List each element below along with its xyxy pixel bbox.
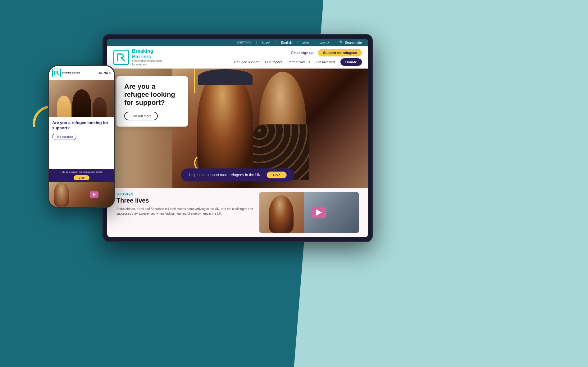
phone-header: Breaking Barriers MENU ≡ xyxy=(49,66,114,80)
logo-title: BreakingBarriers xyxy=(132,48,162,59)
tablet-mockup: ພາສາລາວ | العربية | English | پښتو | فار… xyxy=(103,34,373,242)
search-area[interactable]: 🔍 Search site xyxy=(339,40,362,44)
phone-logo-icon xyxy=(52,69,61,77)
lang-pashto[interactable]: پښتو xyxy=(302,40,309,44)
language-bar: ພາສາລາວ | العربية | English | پښتو | فار… xyxy=(107,39,368,46)
phone-face-3 xyxy=(93,97,107,117)
nav-right: Email sign up Support for refugees Refug… xyxy=(234,49,362,66)
support-for-refugees-button[interactable]: Support for refugees xyxy=(318,49,362,56)
play-icon xyxy=(316,209,322,216)
logo-text: BreakingBarriers Meaningful employment f… xyxy=(132,48,162,67)
phone-give-button[interactable]: Give xyxy=(74,175,90,180)
phone-menu-button[interactable]: MENU ≡ xyxy=(99,71,111,75)
hero-card: Are you a refugee looking for support? F… xyxy=(116,76,188,127)
nav-get-involved[interactable]: Get involved xyxy=(316,60,335,64)
stories-video-thumbnail[interactable] xyxy=(259,192,359,233)
stories-text: STORIES Three lives Abdulrahman, Kemi an… xyxy=(116,192,253,216)
phone-video-thumbnail xyxy=(49,182,114,207)
donate-button[interactable]: Donate xyxy=(340,58,362,66)
stories-label: STORIES xyxy=(116,192,253,196)
phone-mockup: Breaking Barriers MENU ≡ Are you a refug… xyxy=(48,65,115,208)
hero-head-covering xyxy=(198,69,253,85)
phone-hamburger-icon: ≡ xyxy=(109,71,111,75)
email-signup-link[interactable]: Email sign up xyxy=(291,51,314,55)
give-button[interactable]: Give xyxy=(267,172,286,178)
stories-description: Abdulrahman, Kemi and Sherehan tell thei… xyxy=(116,207,253,216)
phone-support-bar: Help us to support more refugees in the … xyxy=(49,169,114,182)
phone-face-2 xyxy=(72,89,91,117)
phone-logo-text: Breaking Barriers xyxy=(62,72,80,74)
hero-section: Are you a refugee looking for support? F… xyxy=(107,69,368,188)
lang-arabic[interactable]: العربية xyxy=(262,40,271,44)
phone-content: Are you a refugee looking for support? F… xyxy=(49,117,114,169)
stories-title: Three lives xyxy=(116,197,253,204)
find-out-more-button[interactable]: Find out more xyxy=(124,112,158,120)
nav-top-right: Email sign up Support for refugees xyxy=(291,49,362,56)
logo-icon xyxy=(113,50,129,65)
video-play-button[interactable] xyxy=(311,207,326,218)
nav-partner-with-us[interactable]: Partner with us xyxy=(287,60,310,64)
logo-subtitle: Meaningful employment for refugees xyxy=(132,59,162,66)
site-logo[interactable]: BreakingBarriers Meaningful employment f… xyxy=(113,48,162,67)
phone-menu-label: MENU xyxy=(99,71,108,75)
lang-farsi[interactable]: فارسی xyxy=(319,40,329,44)
lang-lao[interactable]: ພາສາລາວ xyxy=(237,40,252,44)
lang-english[interactable]: English xyxy=(281,41,292,44)
phone-logo: Breaking Barriers xyxy=(52,69,80,77)
search-icon: 🔍 xyxy=(339,40,344,44)
support-banner: Help us to support more refugees in the … xyxy=(181,168,294,181)
phone-hero-faces xyxy=(49,89,114,117)
nav-refugee-support[interactable]: Refugee support xyxy=(234,60,259,64)
phone-play-button[interactable] xyxy=(90,191,98,198)
phone-face-1 xyxy=(57,96,71,117)
main-navigation: BreakingBarriers Meaningful employment f… xyxy=(107,46,368,69)
nav-links: Refugee support Our impact Partner with … xyxy=(234,58,362,66)
video-face xyxy=(269,195,294,233)
search-label: Search site xyxy=(345,41,362,44)
phone-find-out-more-button[interactable]: Find out more xyxy=(52,134,76,140)
yellow-line-decoration xyxy=(194,69,195,93)
phone-support-text: Help us to support more refugees in the … xyxy=(49,171,114,173)
nav-our-impact[interactable]: Our impact xyxy=(265,60,282,64)
phone-hero-image xyxy=(49,80,114,117)
phone-play-icon xyxy=(93,193,96,196)
phone-hero-heading: Are you a refugee looking for support? xyxy=(52,120,111,131)
hero-heading: Are you a refugee looking for support? xyxy=(124,83,180,107)
support-banner-text: Help us to support more refugees in the … xyxy=(189,173,261,177)
stories-section: STORIES Three lives Abdulrahman, Kemi an… xyxy=(107,188,368,237)
